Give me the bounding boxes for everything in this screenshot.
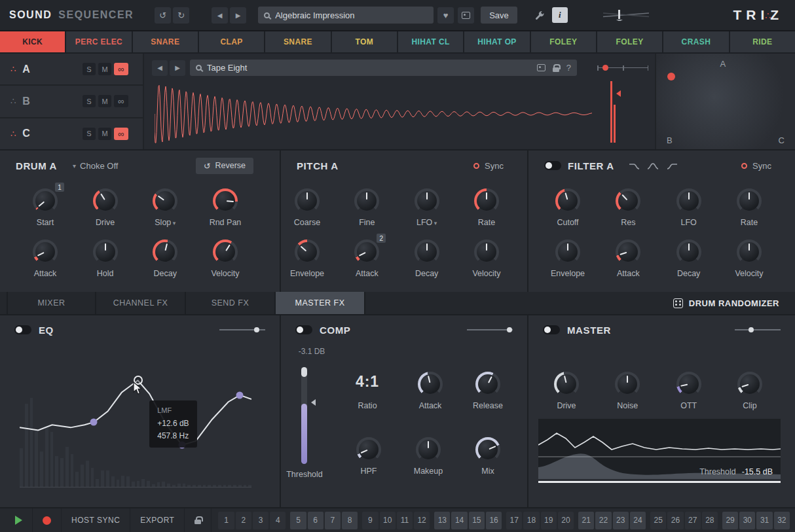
pitch-sync-toggle[interactable]: Sync <box>473 161 504 171</box>
step-11[interactable]: 11 <box>397 512 413 529</box>
layer-morph-xy-pad[interactable]: A B C <box>655 54 795 149</box>
lfo-knob[interactable] <box>676 188 701 213</box>
start-knob[interactable]: 1 <box>33 188 58 213</box>
tab-sequencer[interactable]: SEQUENCER <box>58 9 134 21</box>
drum-randomizer-button[interactable]: DRUM RANDOMIZER <box>673 292 795 314</box>
coarse-knob[interactable] <box>295 188 320 213</box>
layer-row-c[interactable]: ∴ C S M ∞ <box>0 118 143 149</box>
step-22[interactable]: 22 <box>595 512 611 529</box>
step-17[interactable]: 17 <box>506 512 522 529</box>
decay-knob[interactable] <box>415 239 439 264</box>
step-30[interactable]: 30 <box>739 512 755 529</box>
eq-node[interactable] <box>236 391 244 399</box>
pad-ride[interactable]: RIDE <box>730 31 795 52</box>
layer-a-mute-button[interactable]: M <box>98 63 111 75</box>
next-preset-button[interactable]: ▶ <box>230 7 246 24</box>
layer-volume-slider[interactable] <box>597 64 648 72</box>
comp-threshold-slider[interactable] <box>301 367 307 464</box>
layer-c-link-button[interactable]: ∞ <box>114 128 128 140</box>
pad-hihat-cl[interactable]: HIHAT CL <box>398 31 463 52</box>
step-13[interactable]: 13 <box>434 512 450 529</box>
ott-knob[interactable] <box>676 372 701 397</box>
prev-sample-button[interactable]: ◀ <box>152 60 168 76</box>
layer-row-b[interactable]: ∴ B S M ∞ <box>0 86 143 118</box>
eq-graph[interactable]: LMF +12.6 dB 457.8 Hz <box>20 352 251 488</box>
decay-knob[interactable] <box>153 239 177 264</box>
attack-knob[interactable] <box>33 239 58 264</box>
tab-send-fx[interactable]: SEND FX <box>186 292 276 314</box>
tab-channel-fx[interactable]: CHANNEL FX <box>96 292 186 314</box>
step-25[interactable]: 25 <box>650 512 666 529</box>
comp-ratio-value[interactable]: 4:1 <box>346 373 389 391</box>
step-6[interactable]: 6 <box>308 512 324 529</box>
step-4[interactable]: 4 <box>270 512 286 529</box>
res-knob[interactable] <box>616 188 640 213</box>
pad-clap[interactable]: CLAP <box>199 31 264 52</box>
comp-enable-toggle[interactable] <box>295 325 312 334</box>
pad-crash[interactable]: CRASH <box>663 31 728 52</box>
fine-knob[interactable] <box>354 188 379 213</box>
master-threshold-slider[interactable] <box>538 481 781 483</box>
cutoff-knob[interactable] <box>555 188 580 213</box>
step-15[interactable]: 15 <box>469 512 485 529</box>
sample-name-field[interactable]: Tape Eight ? <box>190 60 577 76</box>
pad-hihat-op[interactable]: HIHAT OP <box>464 31 529 52</box>
layer-b-link-button[interactable]: ∞ <box>114 95 128 107</box>
next-sample-button[interactable]: ▶ <box>170 60 185 76</box>
eq-node[interactable] <box>90 419 98 426</box>
decay-knob[interactable] <box>676 239 701 264</box>
step-28[interactable]: 28 <box>702 512 718 529</box>
comp-mix-slider[interactable] <box>467 327 513 333</box>
choke-dropdown[interactable]: ▾ Choke Off <box>73 161 118 171</box>
layer-a-link-button[interactable]: ∞ <box>114 63 128 75</box>
filter-enable-toggle[interactable] <box>544 161 561 170</box>
preset-image-button[interactable] <box>458 7 474 24</box>
hpf-knob[interactable] <box>356 437 381 462</box>
makeup-knob[interactable] <box>416 437 441 462</box>
step-5[interactable]: 5 <box>290 512 306 529</box>
layer-volume-handle[interactable] <box>602 65 608 71</box>
tab-master-fx[interactable]: MASTER FX <box>276 292 365 314</box>
filter-sync-toggle[interactable]: Sync <box>741 161 771 171</box>
step-14[interactable]: 14 <box>451 512 467 529</box>
step-16[interactable]: 16 <box>486 512 502 529</box>
step-8[interactable]: 8 <box>342 512 358 529</box>
undo-button[interactable]: ↺ <box>155 7 171 24</box>
pad-foley[interactable]: FOLEY <box>531 31 596 52</box>
highpass-icon[interactable] <box>665 162 678 170</box>
pad-snare[interactable]: SNARE <box>133 31 198 52</box>
layer-b-solo-button[interactable]: S <box>83 95 96 107</box>
layer-c-mute-button[interactable]: M <box>98 128 111 140</box>
attack-knob[interactable]: 2 <box>354 239 379 264</box>
pad-snare[interactable]: SNARE <box>265 31 330 52</box>
clip-knob[interactable] <box>737 372 762 397</box>
step-12[interactable]: 12 <box>414 512 430 529</box>
export-button[interactable]: EXPORT <box>130 508 185 532</box>
noise-knob[interactable] <box>615 372 640 397</box>
pattern-lock-button[interactable] <box>185 508 212 532</box>
layer-c-solo-button[interactable]: S <box>83 128 96 140</box>
pad-tom[interactable]: TOM <box>332 31 397 52</box>
step-1[interactable]: 1 <box>218 512 234 529</box>
slop-knob[interactable] <box>153 188 177 213</box>
step-3[interactable]: 3 <box>253 512 268 529</box>
drive-knob[interactable] <box>554 372 579 397</box>
favorite-button[interactable]: ♥ <box>437 7 454 24</box>
pad-kick[interactable]: KICK <box>0 31 65 52</box>
xy-handle[interactable] <box>667 73 675 80</box>
step-26[interactable]: 26 <box>667 512 683 529</box>
attack-knob[interactable] <box>418 372 443 397</box>
lock-icon[interactable] <box>553 67 559 72</box>
prev-preset-button[interactable]: ◀ <box>212 7 228 24</box>
comp-ratio[interactable]: 4:1 Ratio <box>346 373 389 410</box>
step-24[interactable]: 24 <box>630 512 646 529</box>
output-volume-fader[interactable] <box>601 8 652 23</box>
play-button[interactable] <box>5 508 33 532</box>
layer-row-a[interactable]: ∴ A S M ∞ <box>0 54 143 86</box>
step-20[interactable]: 20 <box>558 512 574 529</box>
lowpass-icon[interactable] <box>629 162 641 170</box>
envelope-knob[interactable] <box>555 239 580 264</box>
tab-mixer[interactable]: MIXER <box>7 292 96 314</box>
save-button[interactable]: Save <box>481 7 517 24</box>
mix-knob[interactable] <box>475 437 500 462</box>
